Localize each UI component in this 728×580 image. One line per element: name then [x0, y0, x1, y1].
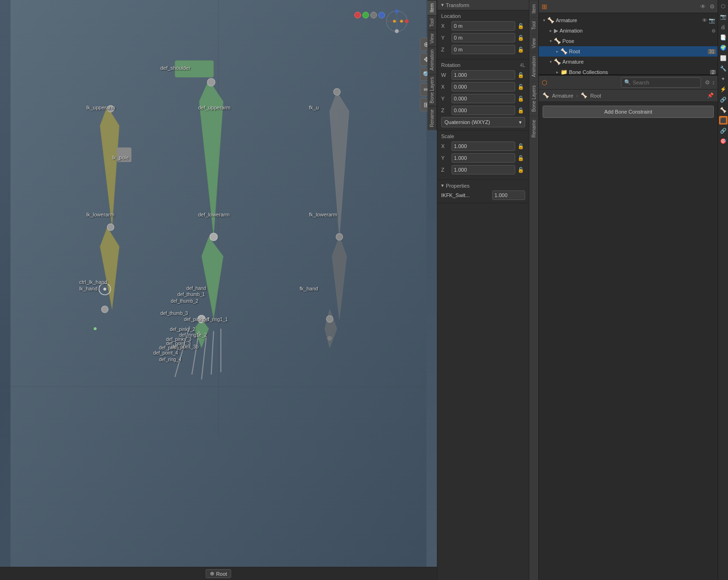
- tree-item-armature-data[interactable]: ▾ 🦴 Armature: [539, 57, 718, 67]
- outliner-visibility-icon[interactable]: 👁: [700, 3, 706, 10]
- prop-icon-physics[interactable]: ⚡: [719, 85, 728, 93]
- n-tab-item[interactable]: Item: [427, 0, 437, 15]
- location-x-row: X 0 m 🔓: [441, 21, 525, 31]
- scale-y-lock[interactable]: 🔓: [517, 154, 525, 162]
- scale-y-row: Y 1.000 🔓: [441, 153, 525, 163]
- scale-z-lock[interactable]: 🔓: [517, 166, 525, 174]
- root-label: Root: [216, 571, 227, 577]
- armature-visibility[interactable]: 👁: [701, 17, 708, 24]
- location-z-input[interactable]: 0 m: [452, 45, 515, 54]
- outliner-filter-icon[interactable]: ⚙: [710, 3, 715, 10]
- search-input[interactable]: [633, 80, 698, 85]
- location-y-lock[interactable]: 🔓: [517, 33, 525, 42]
- prop-icon-world[interactable]: 🌍: [719, 43, 728, 52]
- bc-pin-icon[interactable]: 📌: [707, 92, 714, 99]
- bone-collections-badge: 2: [710, 70, 716, 75]
- rig-filter-icon[interactable]: ⚙: [705, 79, 710, 86]
- prop-icon-constraints[interactable]: 🔗: [719, 95, 728, 104]
- armature-data-icon: 🦴: [554, 58, 561, 65]
- viewport-gizmo[interactable]: Z: [385, 9, 409, 33]
- scale-x-input[interactable]: 1.000: [452, 141, 515, 151]
- bc-root-label[interactable]: Root: [590, 93, 601, 99]
- side-tab-view[interactable]: View: [529, 34, 538, 52]
- tree-item-armature[interactable]: ▾ 🦴 Armature 👁 📷: [539, 15, 718, 25]
- side-tab-item[interactable]: Item: [529, 0, 538, 17]
- n-tab-tool[interactable]: Tool: [427, 15, 437, 30]
- animation-badge: ⚙: [711, 28, 716, 33]
- n-tab-rename[interactable]: Rename: [427, 106, 437, 130]
- rotation-w-label: W: [441, 72, 452, 78]
- prop-icon-particles[interactable]: ✦: [719, 75, 728, 83]
- rotation-mode-select[interactable]: Quaternion (WXYZ) ▾: [441, 117, 525, 127]
- prop-icon-object[interactable]: ⬜: [719, 54, 728, 62]
- bc-separator: ›: [576, 93, 578, 99]
- tree-item-bone-collections[interactable]: ▸ 📁 Bone Collections 2: [539, 67, 718, 75]
- rotation-y-lock[interactable]: 🔓: [517, 94, 525, 103]
- location-x-lock[interactable]: 🔓: [517, 22, 525, 30]
- n-tab-bone-layers[interactable]: Bone Layers: [427, 74, 437, 106]
- prop-icon-bone-constraints[interactable]: 🔗: [719, 126, 728, 135]
- prop-icon-scene[interactable]: ⬡: [719, 2, 728, 10]
- n-tab-view[interactable]: View: [427, 30, 437, 47]
- scale-y-input[interactable]: 1.000: [452, 153, 515, 163]
- xyz-indicator: [354, 12, 385, 18]
- bc-breadcrumb: 🦴 Armature › 🦴 Root 📌: [539, 90, 718, 102]
- tree-item-pose[interactable]: ▾ 🦴 Pose: [539, 36, 718, 46]
- prop-icon-modifier[interactable]: 🔧: [719, 64, 728, 73]
- prop-icon-vertex-groups[interactable]: 🎯: [719, 137, 728, 145]
- tree-item-root[interactable]: ▸ 🦴 Root 31: [539, 46, 718, 57]
- svg-point-15: [107, 105, 114, 112]
- properties-collapse[interactable]: ▾: [441, 182, 444, 189]
- location-x-input[interactable]: 0 m: [452, 21, 515, 31]
- outliner-header-icon: ⊞: [542, 3, 547, 10]
- rotation-w-lock[interactable]: 🔓: [517, 71, 525, 79]
- tree-arrow-armature: ▾: [541, 17, 547, 24]
- scale-x-lock[interactable]: 🔓: [517, 142, 525, 150]
- bc-armature-icon: 🦴: [543, 92, 549, 99]
- prop-icon-output[interactable]: 🖨: [719, 23, 728, 31]
- rig-scene-icon[interactable]: ⬡: [542, 79, 547, 86]
- location-z-label: Z: [441, 47, 452, 52]
- location-section: Location X 0 m 🔓 Y 0 m 🔓 Z 0 m 🔓: [437, 10, 529, 59]
- location-z-lock[interactable]: 🔓: [517, 45, 525, 54]
- side-tab-bone-layers[interactable]: Bone Layers: [529, 81, 538, 116]
- tree-item-animation[interactable]: ▸ ▶ Animation ⚙: [539, 25, 718, 36]
- ikfk-value[interactable]: 1.000: [492, 191, 525, 200]
- location-y-input[interactable]: 0 m: [452, 33, 515, 42]
- rotation-x-input[interactable]: 0.000: [452, 82, 515, 91]
- rotation-z-lock[interactable]: 🔓: [517, 106, 525, 115]
- n-tab-animation[interactable]: Animation: [427, 46, 437, 73]
- svg-point-30: [94, 327, 97, 330]
- bc-armature-label[interactable]: Armature: [552, 93, 573, 99]
- prop-icon-bone[interactable]: ⬛: [719, 116, 728, 124]
- side-tab-animation[interactable]: Animation: [529, 52, 538, 81]
- rotation-y-input[interactable]: 0.000: [452, 94, 515, 103]
- ikfk-label: IKFK_Swit...: [441, 192, 490, 198]
- search-bar[interactable]: 🔍: [621, 77, 701, 88]
- prop-icon-object-data[interactable]: 🦴: [719, 106, 728, 114]
- rotation-w-row: W 1.000 🔓: [441, 70, 525, 80]
- prop-icon-render[interactable]: 📷: [719, 12, 728, 21]
- scale-section: Scale X 1.000 🔓 Y 1.000 🔓 Z 1.000 🔓: [437, 131, 529, 180]
- add-bone-constraint-button[interactable]: Add Bone Constraint: [543, 106, 714, 118]
- scale-z-input[interactable]: 1.000: [452, 165, 515, 174]
- side-tab-rename[interactable]: Rename: [529, 116, 538, 141]
- rotation-x-lock[interactable]: 🔓: [517, 83, 525, 91]
- location-x-label: X: [441, 23, 452, 29]
- rotation-z-label: Z: [441, 108, 452, 113]
- rotation-z-input[interactable]: 0.000: [452, 106, 515, 115]
- side-tab-tool[interactable]: Tool: [529, 17, 538, 33]
- transform-collapse-arrow[interactable]: ▾: [441, 2, 444, 8]
- rotation-w-input[interactable]: 1.000: [452, 70, 515, 80]
- svg-point-36: [395, 29, 399, 33]
- properties-section: ▾ Properties IKFK_Swit... 1.000: [437, 180, 529, 203]
- properties-label-text: Properties: [446, 183, 469, 189]
- prop-icon-view[interactable]: 📑: [719, 33, 728, 41]
- gizmo-svg: Z: [385, 9, 409, 33]
- rotation-x-label: X: [441, 84, 452, 90]
- 3d-viewport[interactable]: def_shoulder lk_upperarm def_upperarm fk…: [0, 0, 437, 580]
- armature-render-visibility[interactable]: 📷: [708, 17, 716, 24]
- animation-label: Animation: [560, 28, 710, 33]
- rig-sort-icon[interactable]: ↕: [712, 79, 715, 86]
- pose-label: Pose: [562, 38, 716, 44]
